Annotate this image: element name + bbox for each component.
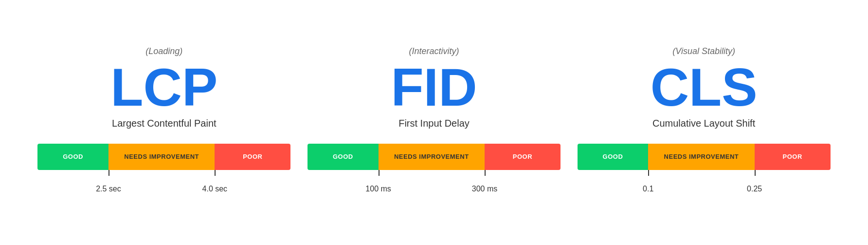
fid-bar-container: GOOD NEEDS IMPROVEMENT POOR 100 ms bbox=[307, 144, 561, 199]
fid-label2: 300 ms bbox=[472, 185, 497, 193]
cls-marker2-tick bbox=[755, 170, 756, 176]
lcp-marker2 bbox=[215, 170, 216, 176]
fid-marker2-tick bbox=[485, 170, 486, 176]
cls-good-segment: GOOD bbox=[578, 144, 649, 170]
cls-fullname: Cumulative Layout Shift bbox=[652, 118, 755, 129]
lcp-marker2-tick bbox=[215, 170, 216, 176]
cls-bar-container: GOOD NEEDS IMPROVEMENT POOR 0.1 0 bbox=[578, 144, 831, 199]
cls-poor-segment: POOR bbox=[755, 144, 831, 170]
fid-label1: 100 ms bbox=[365, 185, 391, 193]
fid-poor-segment: POOR bbox=[485, 144, 561, 170]
fid-card: (Interactivity) FID First Input Delay GO… bbox=[307, 46, 561, 199]
cls-labels: 0.1 0.25 bbox=[578, 185, 831, 199]
lcp-card: (Loading) LCP Largest Contentful Paint G… bbox=[37, 46, 290, 199]
fid-marker1-tick bbox=[379, 170, 380, 176]
fid-acronym: FID bbox=[391, 60, 477, 114]
cls-bar: GOOD NEEDS IMPROVEMENT POOR bbox=[578, 144, 831, 170]
fid-markers bbox=[307, 170, 561, 185]
lcp-fullname: Largest Contentful Paint bbox=[112, 118, 217, 129]
fid-bar: GOOD NEEDS IMPROVEMENT POOR bbox=[307, 144, 561, 170]
cls-card: (Visual Stability) CLS Cumulative Layout… bbox=[578, 46, 831, 199]
lcp-marker1 bbox=[108, 170, 109, 176]
cls-label2: 0.25 bbox=[747, 185, 762, 193]
fid-marker2 bbox=[485, 170, 486, 176]
fid-needs-segment: NEEDS IMPROVEMENT bbox=[379, 144, 485, 170]
lcp-labels: 2.5 sec 4.0 sec bbox=[37, 185, 290, 199]
lcp-label1: 2.5 sec bbox=[96, 185, 121, 193]
lcp-needs-segment: NEEDS IMPROVEMENT bbox=[108, 144, 215, 170]
lcp-markers bbox=[37, 170, 290, 185]
cls-needs-segment: NEEDS IMPROVEMENT bbox=[648, 144, 754, 170]
cls-marker2 bbox=[755, 170, 756, 176]
cls-acronym: CLS bbox=[651, 60, 758, 114]
cls-marker1-tick bbox=[648, 170, 649, 176]
fid-subtitle: (Interactivity) bbox=[409, 46, 459, 57]
cls-markers bbox=[578, 170, 831, 185]
fid-marker1 bbox=[379, 170, 380, 176]
fid-labels: 100 ms 300 ms bbox=[307, 185, 561, 199]
lcp-marker1-tick bbox=[108, 170, 109, 176]
lcp-subtitle: (Loading) bbox=[145, 46, 182, 57]
lcp-poor-segment: POOR bbox=[215, 144, 290, 170]
fid-fullname: First Input Delay bbox=[398, 118, 470, 129]
lcp-acronym: LCP bbox=[110, 60, 217, 114]
lcp-good-segment: GOOD bbox=[37, 144, 108, 170]
cls-subtitle: (Visual Stability) bbox=[672, 46, 735, 57]
fid-good-segment: GOOD bbox=[307, 144, 379, 170]
cls-label1: 0.1 bbox=[643, 185, 653, 193]
lcp-bar: GOOD NEEDS IMPROVEMENT POOR bbox=[37, 144, 290, 170]
lcp-bar-container: GOOD NEEDS IMPROVEMENT POOR 2.5 sec bbox=[37, 144, 290, 199]
lcp-label2: 4.0 sec bbox=[202, 185, 228, 193]
cls-marker1 bbox=[648, 170, 649, 176]
metrics-container: (Loading) LCP Largest Contentful Paint G… bbox=[0, 37, 868, 209]
